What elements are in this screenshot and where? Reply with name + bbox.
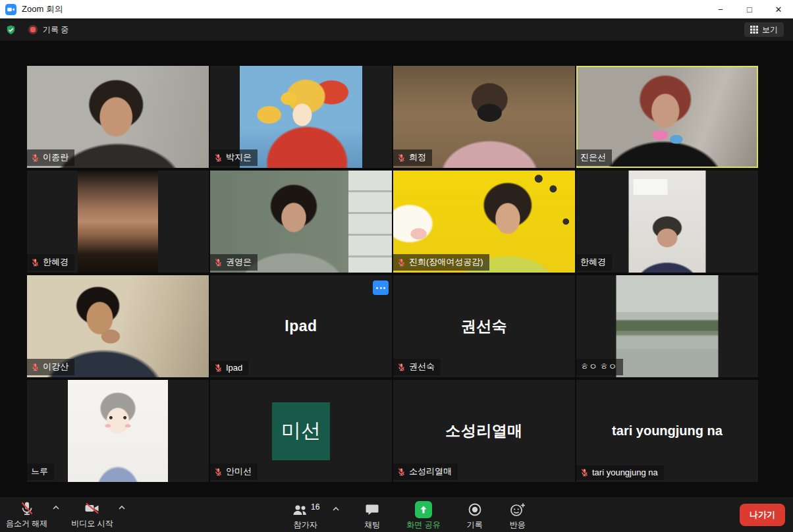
participant-name: Ipad — [226, 363, 242, 373]
video-stage: 이종란박지은희정진은선한혜경권영은진희(장애여성공감)한혜경이강산IpadIpa… — [0, 41, 793, 497]
record-icon — [467, 502, 483, 518]
participant-name-label: ㅎㅇ ㅎㅇ — [576, 359, 623, 375]
participant-video — [629, 171, 706, 273]
participant-name: 박지은 — [226, 151, 252, 163]
video-tile[interactable]: 소성리열매소성리열매 — [393, 380, 575, 482]
video-tile[interactable]: tari youngjung natari youngjung na — [576, 380, 758, 482]
unmute-button[interactable]: 음소거 해제 — [3, 499, 51, 531]
video-tile[interactable]: 한혜경 — [27, 171, 209, 273]
record-button[interactable]: 기록 — [464, 500, 486, 532]
video-tile[interactable]: 진희(장애여성공감) — [393, 171, 575, 273]
meeting-toolbar: 음소거 해제 비디오 시작 — [0, 497, 793, 532]
participant-name-label: 이강산 — [27, 359, 74, 375]
participant-name: 한혜경 — [580, 256, 606, 268]
start-video-label: 비디오 시작 — [71, 518, 113, 529]
video-tile[interactable]: ㅎㅇ ㅎㅇ — [576, 275, 758, 377]
view-button[interactable]: 보기 — [744, 22, 784, 37]
participants-label: 참가자 — [294, 519, 317, 531]
video-tile[interactable]: 느루 — [27, 380, 209, 482]
participant-name: 소성리열매 — [409, 466, 452, 477]
participants-button[interactable]: 16 참가자 — [288, 500, 323, 532]
tile-more-options-button[interactable] — [373, 280, 389, 295]
participant-name: 느루 — [31, 466, 48, 477]
participant-name-label: 박지은 — [210, 149, 258, 166]
muted-mic-icon — [397, 153, 406, 162]
participant-name-label: tari youngjung na — [576, 466, 664, 480]
participant-name: 권선숙 — [409, 361, 435, 373]
video-tile[interactable]: 진은선 — [576, 66, 758, 168]
recording-label: 기록 중 — [43, 24, 68, 36]
participant-name-label: 안미선 — [210, 464, 258, 480]
video-tile[interactable]: 권영은 — [210, 171, 392, 273]
reactions-label: 반응 — [510, 519, 526, 531]
minimize-button[interactable]: − — [706, 0, 735, 18]
participant-name: 이강산 — [43, 361, 68, 373]
close-button[interactable]: ✕ — [764, 0, 793, 18]
audio-options-chevron[interactable] — [51, 504, 61, 512]
participant-name-label: 권영은 — [210, 254, 258, 271]
leave-button[interactable]: 나가기 — [740, 504, 785, 526]
chat-bubble-icon — [364, 502, 380, 518]
muted-mic-icon — [31, 258, 40, 267]
participants-options-chevron[interactable] — [331, 505, 341, 513]
muted-mic-icon — [397, 467, 406, 476]
share-screen-button[interactable]: 화면 공유 — [403, 500, 443, 532]
video-tile[interactable]: 미선안미선 — [210, 380, 392, 482]
participant-name: 진은선 — [580, 151, 606, 163]
participant-name: 한혜경 — [43, 256, 68, 268]
participant-name-label: Ipad — [210, 361, 248, 375]
participants-icon — [291, 502, 308, 518]
zoom-logo-icon — [5, 4, 16, 15]
participant-name: tari youngjung na — [592, 467, 658, 477]
video-tile[interactable]: 한혜경 — [576, 171, 758, 273]
recording-indicator: 기록 중 — [28, 24, 68, 36]
participant-name-label: 권선숙 — [393, 359, 441, 375]
video-tile[interactable]: 박지은 — [210, 66, 392, 168]
maximize-button[interactable]: □ — [735, 0, 764, 18]
chevron-up-icon — [52, 505, 60, 510]
video-tile[interactable]: IpadIpad — [210, 275, 392, 377]
muted-mic-icon — [214, 153, 223, 162]
reactions-smiley-icon — [509, 502, 526, 518]
participant-avatar: 미선 — [272, 402, 330, 460]
participant-name-label: 희정 — [393, 149, 432, 166]
meeting-topbar: 기록 중 보기 — [0, 18, 793, 41]
video-tile[interactable]: 희정 — [393, 66, 575, 168]
muted-mic-icon — [214, 363, 223, 372]
recording-dot-icon[interactable] — [28, 25, 38, 34]
participant-name-label: 진은선 — [576, 149, 612, 166]
view-button-label: 보기 — [762, 24, 778, 36]
participant-name: 희정 — [409, 151, 426, 163]
participant-name: 안미선 — [226, 466, 252, 477]
participants-count: 16 — [311, 502, 319, 512]
unmute-label: 음소거 해제 — [6, 518, 47, 529]
chevron-up-icon — [118, 505, 126, 510]
participant-name: 진희(장애여성공감) — [409, 256, 483, 268]
muted-mic-icon — [214, 258, 223, 267]
video-tile[interactable]: 이종란 — [27, 66, 209, 168]
window-controls: − □ ✕ — [706, 0, 793, 18]
window-titlebar: Zoom 회의 − □ ✕ — [0, 0, 793, 18]
video-tile[interactable]: 권선숙권선숙 — [393, 275, 575, 377]
reactions-button[interactable]: 반응 — [506, 500, 530, 532]
muted-mic-icon — [214, 467, 223, 476]
security-shield-icon[interactable] — [5, 24, 16, 36]
video-tile[interactable]: 이강산 — [27, 275, 209, 377]
muted-mic-icon — [397, 363, 406, 371]
zoom-meeting-window: Zoom 회의 − □ ✕ 기록 중 보기 이종란박지은희정진은선한혜경권영은진… — [0, 0, 793, 532]
muted-mic-icon — [397, 258, 406, 267]
chevron-up-icon — [332, 506, 340, 512]
chat-label: 채팅 — [364, 519, 380, 531]
window-title: Zoom 회의 — [22, 3, 63, 15]
participant-name-label: 한혜경 — [576, 254, 612, 271]
participant-video — [240, 66, 362, 168]
record-label: 기록 — [467, 519, 483, 531]
toolbar-left-group: 음소거 해제 비디오 시작 — [0, 496, 127, 532]
video-options-chevron[interactable] — [117, 504, 127, 512]
start-video-button[interactable]: 비디오 시작 — [68, 499, 116, 531]
mic-muted-icon — [19, 500, 35, 516]
participant-name-label: 소성리열매 — [393, 464, 458, 480]
participant-video — [616, 275, 719, 377]
chat-button[interactable]: 채팅 — [361, 500, 383, 532]
participant-name-label: 한혜경 — [27, 254, 74, 271]
